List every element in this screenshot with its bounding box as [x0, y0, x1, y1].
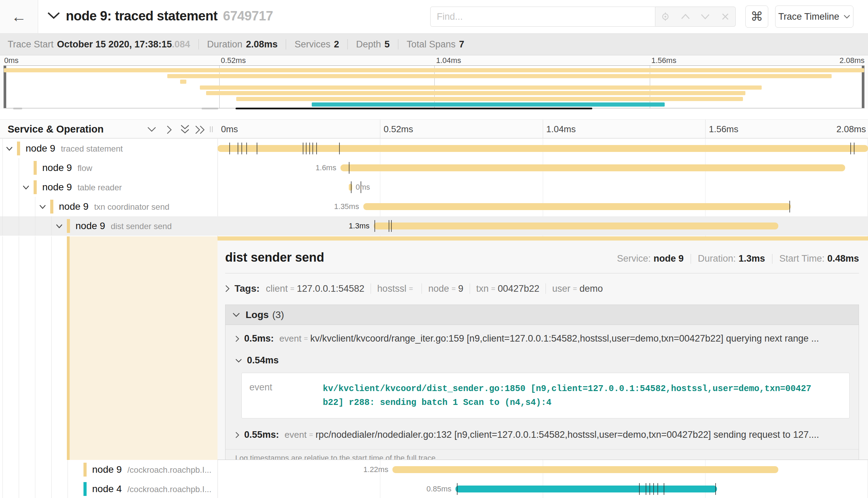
log-marker-tick	[649, 483, 650, 495]
chevron-right-icon	[235, 432, 239, 438]
span-row[interactable]: node 4/cockroach.roachpb.I...0.85ms	[0, 479, 868, 498]
span-bar[interactable]	[363, 203, 791, 210]
log-row[interactable]: 0.55ms: event = rpc/nodedialer/nodediale…	[225, 421, 859, 444]
span-row[interactable]: node 9dist sender send1.3ms	[0, 216, 868, 236]
operation-name: flow	[78, 163, 92, 173]
span-row[interactable]: node 9table reader0ms	[0, 178, 868, 197]
log-row-expanded-header[interactable]: 0.54ms	[225, 347, 859, 368]
tag-value: demo	[579, 283, 603, 294]
minimap-scroll-bit	[13, 108, 22, 109]
find-input[interactable]	[430, 7, 655, 27]
service-name: node 9	[59, 201, 89, 212]
chevron-down-icon[interactable]	[23, 185, 29, 191]
span-bar[interactable]	[218, 145, 868, 152]
header-gridline	[380, 120, 380, 138]
tags-list: client=127.0.0.1:54582hostssl=node=9txn=…	[266, 283, 603, 294]
span-bar-cell[interactable]: 0ms	[218, 178, 868, 197]
service-name: node 9	[76, 220, 105, 231]
span-bar[interactable]	[392, 466, 778, 473]
minimap-scroll-indicator[interactable]	[236, 108, 592, 109]
log-timestamp: 0.5ms:	[244, 333, 274, 344]
timeline-tick-label: 1.56ms	[709, 124, 738, 135]
separator	[198, 39, 199, 49]
prev-result-chevron-up-icon[interactable]	[679, 10, 692, 24]
back-button[interactable]: ←	[0, 0, 38, 33]
clear-find-close-icon[interactable]	[718, 10, 732, 24]
indent-guide	[2, 460, 3, 479]
log-field: event	[285, 429, 307, 440]
indent-guide	[51, 236, 52, 460]
equals-sign: =	[451, 284, 455, 293]
span-bar[interactable]	[374, 223, 778, 229]
log-value: kv/kvclient/kvcoord/range_iter.go:159 [n…	[310, 333, 819, 344]
span-bar-cell[interactable]: 0.85ms	[218, 479, 868, 498]
equals-sign: =	[304, 335, 308, 343]
span-row[interactable]: node 9/cockroach.roachpb.I...1.22ms	[0, 460, 868, 479]
operation-name: dist sender send	[111, 221, 172, 231]
minimap-span-bar	[4, 68, 864, 72]
service-name: node 9	[42, 182, 72, 192]
tags-row[interactable]: Tags: client=127.0.0.1:54582hostssl=node…	[225, 283, 859, 294]
log-marker-tick	[306, 143, 307, 154]
log-marker-tick	[246, 143, 247, 154]
chevron-down-icon[interactable]	[6, 146, 13, 152]
trace-collapse-chevron-down-icon[interactable]	[47, 12, 60, 21]
span-bar-cell[interactable]	[218, 139, 868, 158]
span-bar-cell[interactable]: 1.35ms	[218, 197, 868, 216]
logs-header[interactable]: Logs (3)	[225, 305, 859, 325]
top-bar: ← node 9: traced statement6749717	[0, 0, 868, 34]
keyboard-shortcuts-button[interactable]: ⌘	[745, 6, 768, 28]
indent-guide	[2, 158, 3, 178]
span-row[interactable]: node 9traced statement	[0, 139, 868, 158]
span-row[interactable]: node 9txn coordinator send1.35ms	[0, 197, 868, 216]
separator	[546, 283, 546, 294]
span-bar-cell[interactable]: 1.6ms	[218, 158, 868, 178]
span-bar[interactable]	[340, 164, 845, 171]
collapse-all-double-chevron-down-icon[interactable]	[180, 125, 189, 136]
indent-guide	[35, 460, 35, 479]
duration-label: 1.6ms	[316, 163, 336, 172]
log-marker-tick	[257, 143, 257, 154]
log-marker-tick	[303, 143, 303, 154]
separator	[286, 39, 286, 49]
indent-guide	[19, 158, 19, 178]
trace-view-selector[interactable]: Trace Timeline	[775, 6, 853, 28]
span-bar-cell[interactable]: 1.3ms	[218, 216, 868, 236]
indent-guide	[51, 479, 52, 498]
next-result-chevron-down-icon[interactable]	[698, 10, 712, 24]
expand-all-double-chevron-right-icon[interactable]	[195, 125, 206, 136]
log-row[interactable]: 0.5ms: event = kv/kvclient/kvcoord/range…	[225, 325, 859, 347]
span-row[interactable]: node 9flow1.6ms	[0, 158, 868, 178]
minimap-span-bar	[200, 85, 762, 90]
separator	[398, 39, 398, 49]
separator	[347, 39, 348, 49]
span-color-chip	[83, 463, 87, 477]
tag-key: node	[428, 283, 449, 294]
collapse-one-chevron-down-icon[interactable]	[147, 127, 156, 134]
indent-guide	[51, 216, 52, 236]
detail-top-accent	[218, 236, 868, 241]
minimap-canvas[interactable]	[3, 65, 865, 108]
column-resize-grip[interactable]	[210, 126, 213, 132]
chevron-down-icon[interactable]	[39, 204, 46, 210]
minimap-span-bar	[236, 97, 743, 101]
timeline-tick-label: 0.52ms	[384, 124, 413, 135]
span-bar-cell[interactable]: 1.22ms	[218, 460, 868, 479]
view-selector-label: Trace Timeline	[778, 11, 839, 22]
minimap-tick-label: 1.56ms	[652, 56, 676, 65]
log-marker-tick	[646, 483, 646, 495]
log-marker-tick	[241, 143, 242, 154]
service-operation-header: Service & Operation	[8, 124, 104, 135]
duration-label: Duration:	[698, 253, 736, 264]
service-label: Service:	[617, 253, 651, 264]
span-color-chip	[17, 142, 20, 155]
indent-guide	[51, 460, 52, 479]
span-bar[interactable]	[455, 486, 717, 492]
expand-one-chevron-right-icon[interactable]	[167, 125, 172, 136]
duration-value: 1.3ms	[738, 253, 765, 264]
minimap-tick-label: 2.08ms	[840, 56, 865, 65]
locate-icon[interactable]	[658, 10, 672, 24]
chevron-down-icon[interactable]	[56, 224, 63, 230]
arrow-left-icon: ←	[11, 8, 27, 25]
minimap-span-bar	[206, 91, 745, 95]
